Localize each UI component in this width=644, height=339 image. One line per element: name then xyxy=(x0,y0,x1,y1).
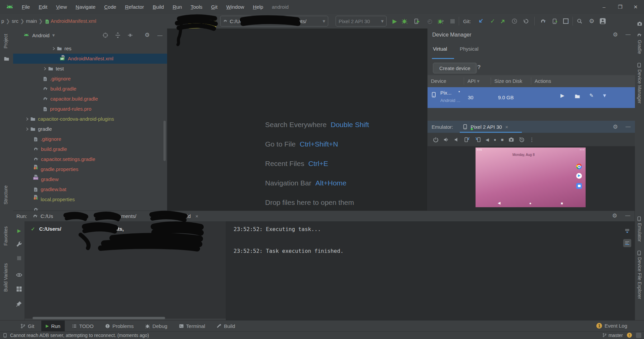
tree-item-gitignore-root[interactable]: .gitignore xyxy=(13,134,187,144)
minimize-button[interactable]: – xyxy=(596,0,612,14)
tree-item-capacitor-cordova-android-plugins[interactable]: capacitor-cordova-android-plugins xyxy=(13,114,178,124)
tool-button-emulator[interactable]: Emulator xyxy=(637,223,642,242)
git-update-button[interactable] xyxy=(478,18,484,24)
hide-panel-icon[interactable]: — xyxy=(625,212,630,218)
help-icon[interactable]: ? xyxy=(477,64,481,71)
stop-button[interactable] xyxy=(448,17,457,25)
tool-button-device-file-explorer[interactable]: Device File Explorer xyxy=(637,257,642,299)
tool-button-structure[interactable]: Structure xyxy=(3,185,8,205)
screenshot-camera-button[interactable] xyxy=(508,137,514,143)
git-commit-button[interactable]: ✓ xyxy=(488,17,497,25)
more-options-icon[interactable]: ⋮ xyxy=(529,136,535,143)
collapse-all-icon[interactable] xyxy=(127,32,133,38)
attach-debugger-button[interactable]: ↗ xyxy=(436,17,445,25)
menu-build[interactable]: Build xyxy=(148,0,168,14)
nav-home-button[interactable]: ● xyxy=(529,201,532,205)
play-store-app-icon[interactable] xyxy=(576,173,582,179)
tree-item-gradle-properties[interactable]: gradle.properties xyxy=(13,164,187,174)
device-folder-button[interactable] xyxy=(575,94,580,99)
run-tab-path[interactable]: C:/Usay/Documents/android xyxy=(41,213,191,219)
git-push-button[interactable] xyxy=(500,18,506,24)
horizontal-scrollbar-thumb[interactable] xyxy=(33,317,165,319)
tool-button-debug[interactable]: Debug xyxy=(141,321,171,332)
pin-button[interactable] xyxy=(16,300,22,307)
create-device-button[interactable]: Create device xyxy=(433,63,477,73)
stop-button[interactable] xyxy=(16,255,22,262)
tool-button-run[interactable]: ▶Run xyxy=(41,321,65,332)
tool-button-problems[interactable]: Problems xyxy=(101,321,138,332)
hide-panel-icon[interactable]: — xyxy=(626,31,631,37)
menu-navigate[interactable]: Navigate xyxy=(71,0,100,14)
more-actions-dropdown[interactable]: ▼ xyxy=(602,93,607,98)
debug-button[interactable] xyxy=(401,18,407,24)
tab-physical[interactable]: Physical xyxy=(460,46,479,52)
nav-back-button[interactable]: ◀ xyxy=(498,201,500,205)
hide-panel-icon[interactable]: — xyxy=(157,29,162,42)
menu-refactor[interactable]: Refactor xyxy=(120,0,148,14)
git-rollback-button[interactable] xyxy=(523,18,529,24)
back-button[interactable]: ◀ xyxy=(486,137,489,142)
menu-view[interactable]: View xyxy=(52,0,71,14)
tree-item-capacitor-settings-gradle[interactable]: capacitor.settings.gradle xyxy=(13,154,187,164)
expand-all-icon[interactable] xyxy=(115,32,121,38)
tree-item-gradlew[interactable]: C++ gradlew xyxy=(13,174,187,184)
rotate-left-button[interactable] xyxy=(464,136,470,143)
tree-item-local-properties[interactable]: local.properties xyxy=(13,194,187,205)
tree-item-gradle-folder[interactable]: gradle xyxy=(13,124,178,134)
menu-help[interactable]: Help xyxy=(249,0,268,14)
profile-avatar-button[interactable] xyxy=(599,18,606,24)
emulator-screen[interactable]: 9:01 ▪ ▪ ▪ Monday, Aug 8 ◀ ● ■ xyxy=(476,148,586,207)
chevron-right-icon[interactable] xyxy=(24,117,30,121)
tree-item-build-gradle-root[interactable]: build.gradle xyxy=(13,144,187,154)
menu-window[interactable]: Window xyxy=(222,0,248,14)
close-tab-icon[interactable]: × xyxy=(195,213,198,219)
hammer-build-icon[interactable] xyxy=(207,18,213,24)
blue-app-icon[interactable] xyxy=(576,183,582,189)
search-everywhere-button[interactable] xyxy=(577,18,583,24)
chevron-right-icon[interactable] xyxy=(51,46,57,51)
device-selector-dropdown[interactable]: Pixel 2 API 30 ▾ xyxy=(336,16,387,26)
breadcrumb-src[interactable]: src xyxy=(12,18,18,24)
device-manager-button[interactable]: ▲ xyxy=(550,17,559,25)
scroll-to-end-button[interactable] xyxy=(623,227,631,235)
run-result-line[interactable]: ✓ C:/Users//Documents,/: 306 ms xyxy=(31,226,196,232)
chevron-right-icon[interactable] xyxy=(42,66,48,71)
menu-edit[interactable]: Edit xyxy=(34,0,52,14)
event-log-button[interactable]: 1 Event Log xyxy=(596,320,627,331)
close-tab-icon[interactable]: × xyxy=(505,124,508,130)
overview-button[interactable]: ■ xyxy=(501,137,504,142)
breadcrumb-main[interactable]: main xyxy=(26,18,37,24)
git-branch-widget[interactable]: master xyxy=(602,333,623,338)
column-device[interactable]: Device xyxy=(428,77,464,85)
inspect-eye-button[interactable] xyxy=(16,272,22,278)
column-api[interactable]: API ▾ xyxy=(464,77,491,85)
rerun-button[interactable]: ▶ xyxy=(16,227,22,234)
column-actions[interactable]: Actions xyxy=(531,77,598,85)
chrome-app-icon[interactable] xyxy=(576,164,582,169)
menu-run[interactable]: Run xyxy=(168,0,186,14)
rotate-right-button[interactable] xyxy=(475,136,481,143)
column-size[interactable]: Size on Disk xyxy=(491,77,531,85)
tool-button-project[interactable]: Project xyxy=(3,34,8,49)
tool-button-gradle[interactable]: Gradle xyxy=(637,40,642,54)
settings-gear-icon[interactable]: ⚙ xyxy=(145,29,150,42)
profiler-button[interactable]: ◴ xyxy=(426,17,434,25)
notification-icon[interactable] xyxy=(636,333,641,338)
tool-button-favorites[interactable]: Favorites xyxy=(3,226,8,246)
tool-button-git[interactable]: Git xyxy=(16,321,39,332)
menu-file[interactable]: File xyxy=(17,0,34,14)
maximize-button[interactable]: ❐ xyxy=(612,0,628,14)
close-button[interactable]: ✕ xyxy=(628,0,643,14)
breadcrumb-file[interactable]: AndroidManifest.xml xyxy=(51,18,96,24)
run-console-output[interactable]: 23:52:52: Executing task... 23:52:52: Ta… xyxy=(226,221,635,321)
power-button[interactable] xyxy=(433,137,439,143)
settings-gear-button[interactable]: ⚙ xyxy=(587,17,596,25)
settings-gear-icon[interactable]: ⚙ xyxy=(612,212,617,219)
home-button[interactable]: ● xyxy=(494,137,496,142)
locate-file-icon[interactable] xyxy=(102,32,108,38)
panel-toggle-icon[interactable] xyxy=(637,21,642,26)
gradle-sync-button[interactable]: ↓ xyxy=(538,17,547,25)
emulator-tab[interactable]: Pixel 2 API 30 xyxy=(470,124,502,130)
sdk-manager-button[interactable]: ↓ xyxy=(562,17,571,25)
run-button[interactable]: ▶ xyxy=(390,17,399,25)
